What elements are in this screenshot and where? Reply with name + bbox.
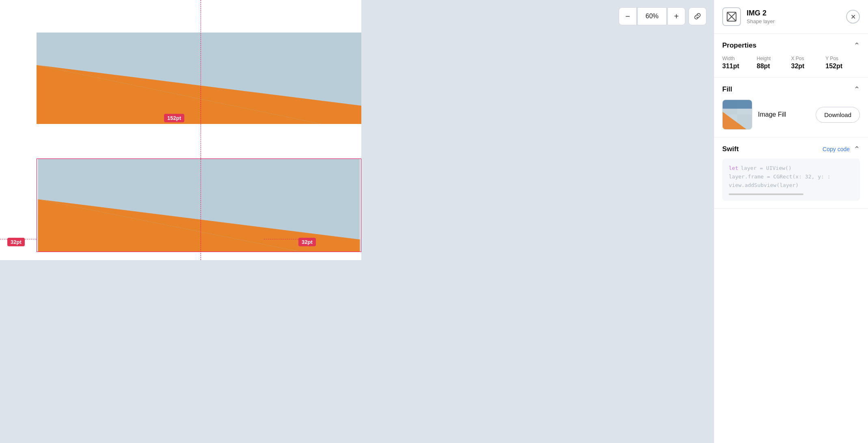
prop-width-value: 311pt bbox=[722, 63, 757, 70]
link-icon bbox=[693, 12, 702, 20]
prop-xpos-value: 32pt bbox=[791, 63, 826, 70]
download-button[interactable]: Download bbox=[816, 107, 860, 123]
code-text-3: view.addSubview(layer) bbox=[729, 181, 799, 190]
measure-line-152 bbox=[201, 122, 201, 159]
fill-section-header: Fill ⌃ bbox=[722, 85, 860, 94]
swift-chevron-icon[interactable]: ⌃ bbox=[854, 145, 860, 154]
swift-section-header: Swift Copy code ⌃ bbox=[722, 145, 860, 154]
prop-height-label: Height bbox=[757, 56, 791, 61]
prop-width: Width 311pt bbox=[722, 56, 757, 70]
code-keyword-let: let bbox=[729, 164, 738, 173]
fill-row: Image Fill Download bbox=[722, 100, 860, 130]
properties-section-header: Properties ⌃ bbox=[722, 41, 860, 50]
swift-section: Swift Copy code ⌃ let layer = UIView() l… bbox=[714, 137, 868, 208]
code-line-1: let layer = UIView() bbox=[729, 164, 853, 173]
prop-xpos-label: X Pos bbox=[791, 56, 826, 61]
code-text-2: layer.frame = CGRect(x: 32, y: : bbox=[729, 173, 830, 181]
code-scrollbar bbox=[729, 193, 803, 195]
image-block-1[interactable] bbox=[37, 33, 361, 124]
copy-code-button[interactable]: Copy code bbox=[823, 146, 850, 152]
swift-title: Swift bbox=[722, 145, 739, 153]
properties-title: Properties bbox=[722, 41, 756, 50]
zoom-in-button[interactable]: + bbox=[667, 7, 685, 25]
fill-chevron-icon[interactable]: ⌃ bbox=[854, 85, 860, 94]
svg-rect-14 bbox=[723, 100, 752, 109]
image-fill-1 bbox=[37, 33, 361, 124]
prop-height-value: 88pt bbox=[757, 63, 791, 70]
canvas-frame: 152pt 32pt 32pt bbox=[0, 0, 361, 260]
code-line-3: view.addSubview(layer) bbox=[729, 181, 853, 190]
prop-ypos-value: 152pt bbox=[825, 63, 860, 70]
prop-width-label: Width bbox=[722, 56, 757, 61]
panel-header: IMG 2 Shape layer ✕ bbox=[714, 0, 868, 34]
prop-height: Height 88pt bbox=[757, 56, 791, 70]
dim-label-152: 152pt bbox=[164, 114, 184, 122]
panel-title: IMG 2 Shape layer bbox=[747, 9, 840, 24]
prop-ypos: Y Pos 152pt bbox=[825, 56, 860, 70]
code-text-1: layer = UIView() bbox=[741, 164, 791, 173]
dim-label-32-left: 32pt bbox=[7, 238, 25, 246]
layer-name: IMG 2 bbox=[747, 9, 840, 17]
zoom-value: 60% bbox=[637, 7, 667, 25]
properties-section: Properties ⌃ Width 311pt Height 88pt X P… bbox=[714, 34, 868, 78]
fill-thumbnail bbox=[722, 100, 752, 130]
prop-xpos: X Pos 32pt bbox=[791, 56, 826, 70]
layer-icon-box bbox=[722, 7, 741, 26]
shape-layer-icon bbox=[726, 11, 737, 22]
code-line-2: layer.frame = CGRect(x: 32, y: : bbox=[729, 173, 853, 181]
code-block: let layer = UIView() layer.frame = CGRec… bbox=[722, 159, 860, 201]
zoom-controls: − 60% + bbox=[619, 7, 706, 25]
fill-type-label: Image Fill bbox=[758, 111, 810, 118]
zoom-out-button[interactable]: − bbox=[619, 7, 637, 25]
right-panel: IMG 2 Shape layer ✕ Properties ⌃ Width 3… bbox=[714, 0, 868, 443]
zoom-link-button[interactable] bbox=[689, 7, 706, 25]
properties-grid: Width 311pt Height 88pt X Pos 32pt Y Pos… bbox=[722, 56, 860, 70]
dim-label-32-right: 32pt bbox=[298, 238, 316, 246]
close-button[interactable]: ✕ bbox=[846, 10, 860, 24]
prop-ypos-label: Y Pos bbox=[825, 56, 860, 61]
fill-title: Fill bbox=[722, 85, 732, 93]
properties-chevron-icon[interactable]: ⌃ bbox=[854, 41, 860, 50]
fill-section: Fill ⌃ Image Fill Download bbox=[714, 78, 868, 137]
layer-type: Shape layer bbox=[747, 18, 840, 24]
canvas-area: − 60% + 152pt bbox=[0, 0, 714, 443]
